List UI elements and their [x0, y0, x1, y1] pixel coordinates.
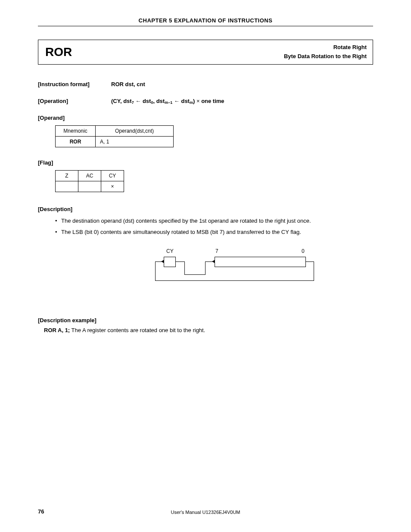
op-sub2: 0	[151, 100, 153, 105]
description-example: [Description example] ROR A, 1; The A re…	[38, 317, 373, 333]
header-rule	[38, 26, 373, 26]
instruction-title-box: ROR Rotate Right Byte Data Rotation to t…	[38, 40, 373, 65]
diagram-register-box	[215, 257, 306, 267]
diagram-line	[184, 274, 206, 275]
flag-z-header: Z	[56, 171, 78, 181]
diagram-line	[175, 261, 185, 262]
description-list: The destination operand (dst) contents s…	[38, 217, 373, 236]
table-row: Z AC CY	[56, 171, 124, 181]
diagram-line	[184, 261, 185, 274]
instruction-name: Rotate Right Byte Data Rotation to the R…	[72, 43, 373, 61]
flag-z-value	[56, 181, 78, 192]
instruction-format-row: [Instruction format] ROR dst, cnt	[38, 81, 373, 87]
table-row: Mnemonic Operand(dst,cnt)	[56, 126, 174, 137]
diagram-cy-label: CY	[166, 248, 174, 254]
diagram-cy-box	[164, 257, 176, 267]
flag-cy-value: ×	[101, 181, 124, 192]
op-sub4: m	[190, 100, 193, 105]
flag-ac-value	[78, 181, 101, 192]
th-operand: Operand(dst,cnt)	[96, 126, 174, 137]
list-item: The LSB (bit 0) contents are simultaneou…	[55, 228, 373, 236]
mnemonic-title: ROR	[38, 45, 72, 59]
title-line-1: Rotate Right	[72, 43, 367, 52]
flag-label: [Flag]	[38, 159, 373, 166]
diagram-bit7-label: 7	[215, 248, 218, 254]
arrowhead-icon	[161, 260, 164, 263]
body: [Instruction format] ROR dst, cnt [Opera…	[38, 81, 373, 333]
op-mid1: dst	[141, 98, 151, 104]
diagram-bit0-label: 0	[302, 248, 305, 254]
left-arrow-icon	[135, 98, 141, 104]
chapter-header: CHAPTER 5 EXPLANATION OF INSTRUCTIONS	[38, 17, 373, 24]
operation-row: [Operation] (CY, dst7 dst0, dstm–1 dstm)…	[38, 98, 373, 104]
description-example-label: [Description example]	[38, 317, 373, 324]
diagram-line	[155, 261, 156, 281]
example-code: ROR A, 1;	[44, 327, 70, 333]
page: CHAPTER 5 EXPLANATION OF INSTRUCTIONS RO…	[0, 0, 411, 532]
th-mnemonic: Mnemonic	[56, 126, 96, 137]
list-item: The destination operand (dst) contents s…	[55, 217, 373, 225]
description-example-line: ROR A, 1; The A register contents are ro…	[38, 327, 373, 333]
instruction-format-value: ROR dst, cnt	[111, 81, 145, 87]
flag-ac-header: AC	[78, 171, 101, 181]
rotation-diagram: CY 7 0	[107, 248, 314, 296]
diagram-line	[155, 280, 314, 281]
operand-mnemonic: ROR	[56, 137, 96, 147]
table-row: ×	[56, 181, 124, 192]
op-prefix: (CY, dst	[111, 98, 132, 104]
table-row: ROR A, 1	[56, 137, 174, 147]
op-sub1: 7	[132, 100, 134, 105]
op-suffix1: )	[193, 98, 196, 104]
op-suffix2: one time	[200, 98, 224, 104]
title-line-2: Byte Data Rotation to the Right	[72, 52, 367, 61]
operand-value: A, 1	[96, 137, 174, 147]
arrowhead-icon	[212, 260, 215, 263]
footer-manual-id: User's Manual U12326EJ4V0UM	[0, 510, 411, 515]
example-text: The A register contents are rotated one …	[70, 327, 205, 333]
operation-label: [Operation]	[38, 98, 111, 104]
op-mid2: , dst	[153, 98, 165, 104]
multiply-icon	[196, 98, 200, 104]
operand-table: Mnemonic Operand(dst,cnt) ROR A, 1	[55, 125, 174, 147]
instruction-format-label: [Instruction format]	[38, 81, 111, 87]
flag-table: Z AC CY ×	[55, 170, 124, 192]
diagram-line	[314, 261, 314, 280]
operand-label: [Operand]	[38, 115, 373, 121]
flag-cy-header: CY	[101, 171, 124, 181]
description-label: [Description]	[38, 206, 373, 212]
left-arrow-icon	[174, 98, 180, 104]
operation-value: (CY, dst7 dst0, dstm–1 dstm) one time	[111, 98, 224, 104]
op-mid3: dst	[180, 98, 190, 104]
diagram-line	[305, 261, 314, 262]
op-sub3: m–1	[165, 100, 172, 105]
diagram-line	[205, 261, 206, 275]
